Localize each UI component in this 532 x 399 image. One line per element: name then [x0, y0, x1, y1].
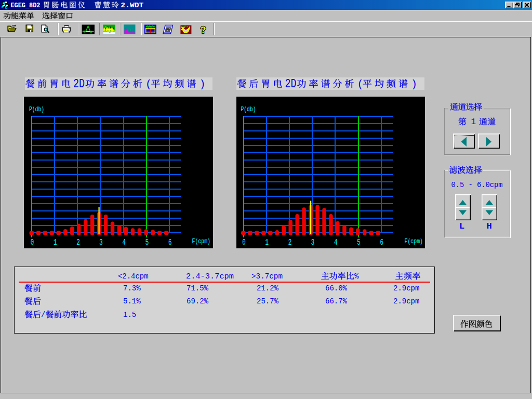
svg-text:69.2%: 69.2%: [187, 297, 209, 306]
svg-text:4: 4: [334, 238, 338, 247]
svg-text:1.5: 1.5: [123, 311, 136, 320]
svg-text:0: 0: [242, 238, 246, 247]
svg-text:EGEG_8D2: EGEG_8D2: [11, 2, 41, 9]
svg-text:<2.4cpm: <2.4cpm: [118, 272, 149, 281]
svg-text:2.9cpm: 2.9cpm: [393, 284, 419, 293]
svg-text:(: (: [145, 78, 152, 90]
svg-text:21.2%: 21.2%: [257, 284, 279, 293]
svg-text:H: H: [487, 221, 492, 231]
svg-text:L: L: [459, 221, 464, 231]
svg-text:6: 6: [168, 238, 172, 247]
svg-text:): ): [411, 78, 417, 90]
svg-text:2.4-3.7cpm: 2.4-3.7cpm: [186, 272, 234, 281]
svg-text:P(db): P(db): [241, 105, 256, 113]
svg-text:>3.7cpm: >3.7cpm: [251, 272, 283, 281]
svg-text:2.WDT: 2.WDT: [121, 2, 143, 9]
svg-text:2: 2: [76, 238, 80, 247]
svg-text:1: 1: [471, 117, 476, 127]
svg-text:66.0%: 66.0%: [325, 284, 348, 293]
svg-text:F(cpm): F(cpm): [405, 237, 423, 245]
svg-text:1: 1: [265, 238, 269, 247]
svg-text:66.7%: 66.7%: [325, 297, 348, 306]
svg-text:6: 6: [380, 238, 383, 247]
svg-text:/: /: [41, 311, 45, 320]
svg-text:4: 4: [123, 238, 126, 247]
svg-text:0: 0: [31, 238, 34, 247]
svg-text:5: 5: [145, 238, 149, 247]
svg-text:%: %: [354, 272, 359, 281]
svg-text:?: ?: [201, 25, 206, 35]
svg-text:71.5%: 71.5%: [187, 284, 209, 293]
svg-text:1: 1: [54, 238, 57, 247]
svg-text:25.7%: 25.7%: [257, 297, 279, 306]
svg-text:F(cpm): F(cpm): [192, 237, 211, 245]
svg-text:5: 5: [357, 238, 361, 247]
svg-text:3: 3: [311, 238, 315, 247]
svg-text:7.3%: 7.3%: [123, 284, 141, 293]
svg-text:P(db): P(db): [29, 105, 44, 113]
svg-text:5.1%: 5.1%: [123, 297, 141, 306]
svg-text:2D: 2D: [73, 77, 85, 91]
svg-text:2.9cpm: 2.9cpm: [393, 297, 419, 306]
svg-text:2D: 2D: [285, 77, 297, 91]
svg-text:(: (: [357, 78, 364, 90]
svg-text:): ): [200, 78, 206, 90]
svg-text:2: 2: [288, 238, 292, 247]
svg-text:0.5 - 6.0cpm: 0.5 - 6.0cpm: [451, 180, 503, 190]
svg-text:3: 3: [99, 238, 103, 247]
